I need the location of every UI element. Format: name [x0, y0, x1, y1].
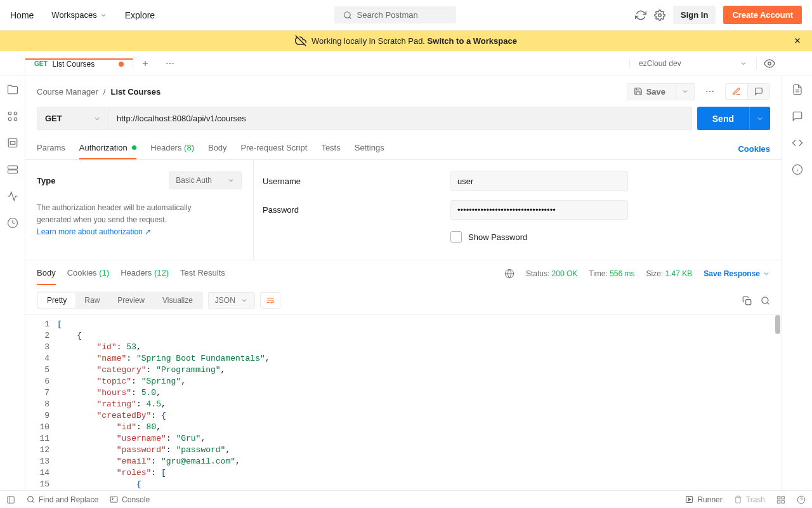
tab-authorization[interactable]: Authorization	[79, 138, 137, 159]
tab-params[interactable]: Params	[37, 138, 65, 159]
send-button[interactable]: Send	[697, 107, 749, 130]
scrollbar-thumb[interactable]	[775, 315, 780, 334]
console-button[interactable]: Console	[110, 495, 150, 504]
tab-headers[interactable]: Headers (8)	[150, 138, 194, 159]
tab-body[interactable]: Body	[208, 138, 227, 159]
tab-more-button[interactable]	[157, 58, 183, 69]
svg-line-1	[349, 17, 351, 18]
scratch-pad-banner: Working locally in Scratch Pad. Switch t…	[0, 30, 812, 51]
nav-workspaces[interactable]: Workspaces	[51, 10, 107, 20]
signin-button[interactable]: Sign In	[673, 6, 716, 24]
layout-button[interactable]	[776, 495, 785, 504]
password-input[interactable]	[450, 200, 628, 220]
svg-point-38	[28, 497, 34, 502]
help-button[interactable]	[797, 495, 806, 504]
method-select[interactable]: GET	[37, 107, 109, 130]
resp-tab-tests[interactable]: Test Results	[180, 262, 225, 285]
resp-tab-body[interactable]: Body	[37, 262, 56, 285]
request-more-button[interactable]	[700, 83, 720, 100]
more-horizontal-icon	[165, 58, 175, 69]
auth-type-select[interactable]: Basic Auth	[169, 171, 242, 189]
history-rail-icon[interactable]	[7, 217, 18, 229]
view-preview[interactable]: Preview	[108, 293, 154, 308]
apis-rail-icon[interactable]	[7, 110, 18, 122]
trash-button[interactable]: Trash	[734, 495, 765, 504]
svg-rect-17	[10, 142, 15, 145]
search-icon	[761, 296, 770, 305]
show-password-label: Show Password	[468, 232, 527, 242]
create-account-button[interactable]: Create Account	[723, 6, 802, 24]
resp-tab-headers[interactable]: Headers (12)	[121, 262, 169, 285]
breadcrumb: Course Manager / List Courses	[37, 87, 160, 97]
collections-rail-icon[interactable]	[7, 84, 18, 95]
sidebar-toggle[interactable]	[6, 495, 15, 504]
auth-learn-link[interactable]: Learn more about authorization ↗	[37, 227, 151, 236]
folder-icon	[7, 84, 18, 95]
environment-selector[interactable]: ezCloud dev	[629, 59, 756, 68]
tab-settings[interactable]: Settings	[355, 138, 384, 159]
nav-explore[interactable]: Explore	[125, 10, 155, 20]
tab-tests[interactable]: Tests	[321, 138, 340, 159]
save-response-button[interactable]: Save Response	[704, 269, 770, 278]
svg-rect-46	[782, 500, 784, 503]
copy-button[interactable]	[742, 296, 752, 305]
search-input[interactable]: Search Postman	[334, 6, 456, 23]
edit-button[interactable]	[726, 84, 748, 99]
settings-icon[interactable]	[654, 10, 665, 21]
response-body[interactable]: 123456789101112131415 [ { "id": 53, "nam…	[25, 315, 782, 490]
search-placeholder: Search Postman	[357, 10, 418, 20]
svg-line-30	[767, 302, 769, 304]
runner-button[interactable]: Runner	[685, 495, 722, 504]
svg-rect-43	[778, 496, 780, 498]
request-tab[interactable]: GET List Courses	[25, 58, 133, 69]
svg-rect-16	[8, 138, 17, 147]
breadcrumb-current: List Courses	[110, 87, 160, 97]
cookies-link[interactable]: Cookies	[738, 144, 770, 154]
chevron-down-icon	[227, 177, 235, 184]
tab-auth-label: Authorization	[79, 143, 128, 152]
info-circle-icon	[792, 164, 803, 175]
tab-prerequest[interactable]: Pre-request Script	[241, 138, 308, 159]
banner-link[interactable]: Switch to a Workspace	[428, 36, 517, 46]
status-value: 200 OK	[552, 269, 578, 278]
close-banner-button[interactable]	[793, 36, 802, 45]
response-search-button[interactable]	[761, 296, 770, 305]
view-raw[interactable]: Raw	[75, 293, 108, 308]
username-input[interactable]	[450, 171, 628, 191]
method-value: GET	[45, 114, 62, 123]
save-dropdown[interactable]	[676, 84, 694, 98]
status-bar: Find and Replace Console Runner Trash	[0, 490, 812, 508]
save-button[interactable]: Save	[627, 84, 672, 100]
comments-icon[interactable]	[792, 110, 803, 122]
comment-button[interactable]	[748, 84, 769, 99]
find-replace-button[interactable]: Find and Replace	[27, 495, 98, 504]
svg-point-2	[658, 13, 662, 17]
nav-home[interactable]: Home	[10, 10, 34, 20]
svg-point-14	[14, 112, 17, 115]
docs-icon[interactable]	[792, 84, 803, 95]
wrap-icon	[266, 296, 275, 305]
globe-icon[interactable]	[504, 269, 514, 279]
info-icon[interactable]	[792, 164, 803, 175]
chevron-down-icon	[756, 115, 764, 123]
scrollbar[interactable]	[773, 315, 782, 490]
environments-rail-icon[interactable]	[7, 137, 18, 149]
show-password-checkbox[interactable]	[450, 231, 462, 243]
server-icon	[7, 164, 18, 175]
send-dropdown[interactable]	[749, 107, 770, 130]
monitors-rail-icon[interactable]	[7, 190, 18, 202]
sync-icon[interactable]	[635, 10, 646, 21]
view-pretty[interactable]: Pretty	[38, 293, 75, 308]
resp-tab-cookies[interactable]: Cookies (1)	[67, 262, 109, 285]
code-icon[interactable]	[792, 137, 803, 149]
env-quicklook-button[interactable]	[756, 58, 782, 69]
top-nav: Home Workspaces Explore Search Postman S…	[0, 0, 812, 30]
svg-point-21	[706, 91, 707, 92]
url-input[interactable]: http://localhost:8080/api/v1/courses	[109, 107, 692, 130]
new-tab-button[interactable]	[133, 58, 157, 69]
wrap-lines-button[interactable]	[260, 292, 280, 309]
format-select[interactable]: JSON	[208, 292, 255, 309]
breadcrumb-parent[interactable]: Course Manager	[37, 87, 98, 97]
mock-rail-icon[interactable]	[7, 164, 18, 175]
view-visualize[interactable]: Visualize	[154, 293, 202, 308]
